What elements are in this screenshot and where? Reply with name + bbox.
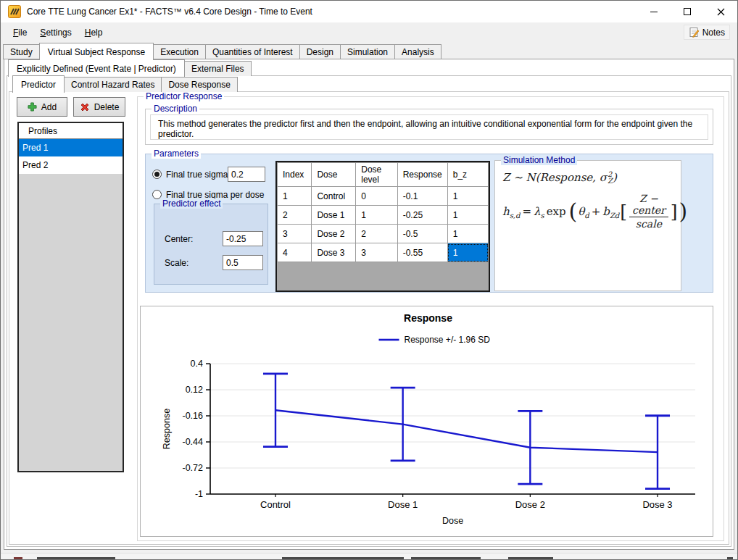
final-true-sigma-radio[interactable] — [152, 170, 162, 179]
final-true-sigma-label: Final true sigma: — [166, 170, 231, 180]
table-row: 4 Dose 3 3 -0.55 1 — [278, 243, 489, 262]
notes-icon — [689, 27, 700, 38]
statusbar-clipped-text — [14, 557, 22, 559]
cell-response[interactable]: -0.55 — [397, 243, 447, 262]
response-type-tab-strip: Explicitly Defined (Event Rate | Predict… — [8, 61, 251, 76]
title-bar: Core TTE Lung Cancer Ex1* - FACTS™ v6.4 … — [1, 1, 737, 22]
predictor-page: Add Delete Profiles Pred 1 Pred 2 Predic… — [9, 91, 729, 545]
svg-text:Control: Control — [260, 499, 291, 510]
svg-text:Response +/- 1.96 SD: Response +/- 1.96 SD — [405, 335, 491, 345]
cell-dose-level[interactable]: 0 — [356, 187, 397, 206]
menu-file[interactable]: File — [7, 24, 33, 41]
response-chart-svg: ResponseResponse +/- 1.96 SD0.40.12-0.16… — [141, 306, 716, 539]
cell-b-z[interactable]: 1 — [447, 206, 488, 225]
statusbar-clipped — [1, 553, 737, 559]
parameters-group: Parameters Final true sigma: Final true … — [145, 154, 713, 293]
col-header-b-z: b_z — [447, 163, 488, 187]
main-tab-strip: Study Virtual Subject Response Execution… — [3, 43, 735, 59]
predictor-tab-strip: Predictor Control Hazard Rates Dose Resp… — [12, 78, 237, 92]
tab-control-hazard-rates[interactable]: Control Hazard Rates — [64, 77, 162, 92]
svg-text:Response: Response — [404, 312, 452, 324]
cell-dose-level[interactable]: 1 — [356, 206, 397, 225]
response-chart-panel: ResponseResponse +/- 1.96 SD0.40.12-0.16… — [140, 306, 713, 537]
predictor-effect-group-label: Predictor effect — [160, 198, 223, 209]
add-button[interactable]: Add — [17, 97, 67, 117]
maximize-icon — [684, 8, 691, 15]
svg-text:-0.16: -0.16 — [183, 411, 204, 421]
menu-settings[interactable]: Settings — [33, 24, 78, 41]
menu-bar: File Settings Help Notes — [1, 22, 737, 42]
scale-input[interactable] — [223, 255, 263, 270]
cell-response[interactable]: -0.1 — [397, 187, 447, 206]
virtual-subject-response-page: Explicitly Defined (Event Rate | Predict… — [4, 59, 734, 550]
tab-dose-response[interactable]: Dose Response — [161, 77, 237, 92]
description-text: This method generates the predictor firs… — [150, 114, 708, 140]
maximize-button[interactable] — [671, 1, 704, 22]
cell-index[interactable]: 4 — [278, 243, 312, 262]
formula-hazard: hs,d = λs exp ( θd + bZd [ Z − centersca… — [495, 190, 681, 230]
cell-response[interactable]: -0.25 — [397, 206, 447, 225]
profiles-list: Profiles Pred 1 Pred 2 — [17, 122, 124, 472]
tab-execution[interactable]: Execution — [153, 44, 206, 59]
center-label: Center: — [165, 234, 193, 244]
dose-table-header-row: Index Dose Dose level Response b_z — [278, 163, 489, 187]
table-row: 3 Dose 2 2 -0.5 1 — [278, 225, 489, 243]
cell-dose-level[interactable]: 2 — [356, 225, 397, 243]
cell-b-z[interactable]: 1 — [447, 225, 488, 243]
svg-text:-0.72: -0.72 — [183, 463, 204, 473]
svg-text:-1: -1 — [195, 489, 203, 499]
tab-explicitly-defined[interactable]: Explicitly Defined (Event Rate | Predict… — [8, 59, 185, 77]
svg-text:0.12: 0.12 — [186, 385, 203, 395]
center-input[interactable] — [223, 231, 263, 246]
svg-text:Dose 3: Dose 3 — [642, 499, 672, 510]
cell-dose[interactable]: Dose 2 — [312, 225, 356, 243]
predictor-effect-group: Predictor effect Center: Scale: — [154, 204, 268, 285]
tab-predictor[interactable]: Predictor — [12, 75, 65, 93]
explicitly-defined-page: Predictor Control Hazard Rates Dose Resp… — [7, 75, 731, 547]
tab-design[interactable]: Design — [299, 44, 341, 59]
parameters-group-label: Parameters — [152, 149, 201, 159]
cell-response[interactable]: -0.5 — [397, 225, 447, 243]
col-header-index: Index — [278, 163, 312, 187]
cell-dose[interactable]: Control — [312, 187, 356, 206]
add-plus-icon — [28, 102, 37, 112]
app-window: Core TTE Lung Cancer Ex1* - FACTS™ v6.4 … — [0, 0, 738, 560]
menu-help[interactable]: Help — [78, 24, 109, 41]
col-header-dose: Dose — [312, 163, 356, 187]
dose-table: Index Dose Dose level Response b_z 1 Con… — [275, 161, 490, 292]
svg-text:Dose: Dose — [442, 516, 463, 526]
svg-text:Dose 1: Dose 1 — [388, 499, 418, 510]
tab-external-files[interactable]: External Files — [184, 61, 252, 76]
window-title: Core TTE Lung Cancer Ex1* - FACTS™ v6.4 … — [27, 7, 312, 17]
cell-dose[interactable]: Dose 3 — [312, 243, 356, 262]
profile-item-pred-1[interactable]: Pred 1 — [19, 139, 123, 156]
profile-item-pred-2[interactable]: Pred 2 — [19, 156, 123, 174]
cell-b-z[interactable]: 1 — [447, 187, 488, 206]
cell-index[interactable]: 2 — [278, 206, 312, 225]
close-button[interactable] — [704, 1, 737, 22]
simulation-method-label: Simulation Method — [501, 155, 577, 165]
col-header-response: Response — [397, 163, 447, 187]
predictor-response-group-label: Predictor Response — [144, 91, 224, 101]
description-group-label: Description — [152, 104, 199, 114]
cell-b-z[interactable]: 1 — [447, 243, 488, 262]
tab-study[interactable]: Study — [3, 44, 40, 59]
statusbar-clipped-text — [508, 557, 553, 559]
final-true-sigma-input[interactable] — [228, 167, 265, 182]
notes-button[interactable]: Notes — [684, 25, 730, 40]
tab-simulation[interactable]: Simulation — [340, 44, 395, 59]
description-group: Description This method generates the pr… — [145, 109, 713, 145]
delete-button[interactable]: Delete — [73, 97, 125, 117]
delete-x-icon — [80, 102, 90, 112]
cell-dose-level[interactable]: 3 — [356, 243, 397, 262]
minimize-button[interactable] — [637, 1, 671, 22]
cell-index[interactable]: 1 — [278, 187, 312, 206]
add-button-label: Add — [41, 102, 57, 112]
tab-quantities-of-interest[interactable]: Quantities of Interest — [205, 44, 300, 59]
predictor-response-group: Predictor Response Description This meth… — [137, 96, 724, 541]
tab-analysis[interactable]: Analysis — [394, 44, 441, 59]
cell-index[interactable]: 3 — [278, 225, 312, 243]
notes-label: Notes — [702, 28, 725, 38]
tab-virtual-subject-response[interactable]: Virtual Subject Response — [39, 43, 154, 60]
cell-dose[interactable]: Dose 1 — [312, 206, 356, 225]
